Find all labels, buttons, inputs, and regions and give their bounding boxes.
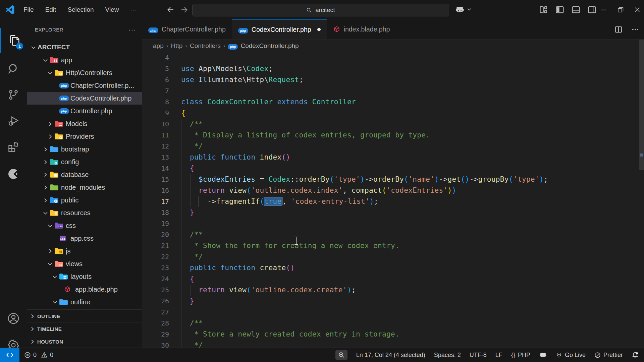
toggle-sidebar-icon[interactable]	[555, 5, 564, 14]
tree-item-views[interactable]: <>views	[27, 257, 142, 270]
code-line-13[interactable]: 13 public function index()	[142, 152, 644, 163]
tree-item-node-modules[interactable]: node_modules	[27, 181, 142, 194]
code-line-5[interactable]: 5use App\Models\Codex;	[142, 63, 644, 74]
notifications-bell-icon[interactable]	[632, 352, 639, 359]
command-center-search[interactable]: arcitect	[192, 4, 449, 16]
breadcrumb-file[interactable]: CodexController.php	[240, 42, 299, 50]
activity-account-icon[interactable]	[0, 306, 27, 331]
close-window-button[interactable]	[634, 6, 641, 13]
cursor-position-status[interactable]: Ln 17, Col 24 (4 selected)	[356, 352, 425, 359]
code-line-4[interactable]: 4	[142, 52, 644, 63]
go-live-status[interactable]: Go Live	[556, 352, 586, 359]
tree-item-app[interactable]: app	[27, 54, 142, 66]
section-houston[interactable]: HOUSTON	[27, 335, 142, 348]
code-line-12[interactable]: 12 */	[142, 141, 644, 152]
tree-item-database[interactable]: database	[27, 168, 142, 181]
zoom-status-button[interactable]	[335, 350, 347, 360]
menu-selection[interactable]: Selection	[63, 4, 98, 15]
tree-item-models[interactable]: Models	[27, 117, 142, 130]
toggle-panel-icon[interactable]	[572, 5, 580, 14]
tree-item-css[interactable]: CSScss	[27, 219, 142, 232]
code-line-28[interactable]: 28 /**	[142, 318, 644, 329]
code-line-18[interactable]: 18 }	[142, 207, 644, 218]
restore-button[interactable]	[617, 6, 624, 13]
line-number: 10	[142, 119, 169, 130]
menu-file[interactable]: File	[19, 4, 39, 15]
code-line-25[interactable]: 25 return view('outline.codex.create');	[142, 285, 644, 296]
copilot-status-icon[interactable]	[539, 351, 547, 359]
tree-item-outline[interactable]: outline	[27, 296, 142, 308]
tree-item-public[interactable]: public	[27, 194, 142, 206]
code-line-24[interactable]: 24 {	[142, 274, 644, 285]
code-line-27[interactable]: 27	[142, 307, 644, 318]
code-line-23[interactable]: 23 public function create()	[142, 262, 644, 274]
remote-indicator[interactable]	[0, 348, 19, 362]
code-line-17[interactable]: 17 ->fragmentIf(true, 'codex-entry-list'…	[142, 196, 644, 207]
tree-item-config[interactable]: config	[27, 156, 142, 168]
tab-codexcontroller-php[interactable]: phpCodexController.php	[232, 19, 327, 39]
code-editor[interactable]: 45use App\Models\Codex;6use Illuminate\H…	[142, 52, 644, 348]
tree-root[interactable]: ARCITECT	[27, 41, 142, 54]
menu-edit[interactable]: Edit	[41, 4, 61, 15]
section-timeline[interactable]: TIMELINE	[27, 322, 142, 335]
menu-view[interactable]: View	[101, 4, 124, 15]
code-line-19[interactable]: 19	[142, 218, 644, 229]
tree-item-js[interactable]: JSjs	[27, 245, 142, 257]
code-line-16[interactable]: 16 return view('outline.codex.index', co…	[142, 185, 644, 196]
tree-item-codexcontroller-php[interactable]: phpCodexController.php	[27, 92, 142, 105]
prettier-status[interactable]: Prettier	[594, 352, 623, 359]
encoding-status[interactable]: UTF-8	[470, 352, 487, 359]
code-line-8[interactable]: 8class CodexController extends Controlle…	[142, 97, 644, 108]
explorer-more-actions-icon[interactable]: ···	[128, 26, 136, 34]
code-line-26[interactable]: 26 }	[142, 296, 644, 307]
editor-scrollbar[interactable]	[639, 40, 644, 170]
code-line-15[interactable]: 15 $codexEntries = Codex::orderBy('type'…	[142, 174, 644, 185]
tab-index-blade-php[interactable]: index.blade.php	[327, 19, 396, 39]
indentation-status[interactable]: Spaces: 2	[434, 352, 461, 359]
code-line-20[interactable]: 20 /**	[142, 229, 644, 240]
eol-status[interactable]: LF	[495, 352, 502, 359]
tree-item-layouts[interactable]: layouts	[27, 270, 142, 283]
nav-forward-button[interactable]	[180, 6, 189, 14]
tree-item-bootstrap[interactable]: bootstrap	[27, 143, 142, 156]
code-line-29[interactable]: 29 * Store a newly created codex entry i…	[142, 329, 644, 340]
code-line-22[interactable]: 22 */	[142, 251, 644, 262]
tree-item-controller-php[interactable]: phpController.php	[27, 105, 142, 117]
breadcrumb-item[interactable]: Controllers	[190, 42, 221, 50]
problems-status[interactable]: 0 0	[24, 348, 53, 362]
code-line-7[interactable]: 7	[142, 85, 644, 97]
tree-item-http-controllers[interactable]: Http\Controllers	[27, 66, 142, 79]
language-status[interactable]: {} PHP	[511, 352, 530, 359]
customize-layout-icon[interactable]	[539, 5, 548, 14]
minimize-button[interactable]	[600, 6, 607, 13]
activity-houston-icon[interactable]	[0, 162, 27, 186]
tree-item-chaptercontroller-p-[interactable]: phpChapterController.p...	[27, 79, 142, 92]
breadcrumb-item[interactable]: Http	[171, 42, 182, 50]
modified-dot-icon[interactable]	[317, 28, 321, 31]
activity-run-debug-icon[interactable]	[0, 109, 27, 133]
activity-search-icon[interactable]	[0, 57, 27, 81]
tree-item-app-css[interactable]: CSSapp.css	[27, 232, 142, 245]
split-editor-icon[interactable]	[614, 25, 623, 34]
breadcrumb-item[interactable]: app	[153, 42, 164, 50]
code-line-14[interactable]: 14 {	[142, 163, 644, 174]
tree-item-app-blade-php[interactable]: app.blade.php	[27, 283, 142, 296]
activity-extensions-icon[interactable]	[0, 135, 27, 160]
code-line-11[interactable]: 11 * Display a listing of codex entries,…	[142, 130, 644, 141]
nav-back-button[interactable]	[166, 6, 174, 14]
code-line-6[interactable]: 6use Illuminate\Http\Request;	[142, 74, 644, 85]
activity-source-control-icon[interactable]	[0, 82, 27, 107]
menu-more[interactable]: ···	[125, 4, 141, 15]
section-outline[interactable]: OUTLINE	[27, 309, 142, 322]
code-line-10[interactable]: 10 /**	[142, 119, 644, 130]
code-line-30[interactable]: 30 */	[142, 340, 644, 348]
code-line-21[interactable]: 21 * Show the form for creating a new co…	[142, 240, 644, 251]
tab-chaptercontroller-php[interactable]: phpChapterController.php	[142, 19, 232, 39]
tree-item-resources[interactable]: resources	[27, 206, 142, 219]
copilot-menu-button[interactable]	[455, 4, 472, 14]
code-line-9[interactable]: 9{	[142, 108, 644, 119]
activity-explorer-icon[interactable]: 1	[0, 28, 28, 53]
tree-item-providers[interactable]: Providers	[27, 130, 142, 143]
toggle-secondary-sidebar-icon[interactable]	[588, 5, 596, 14]
editor-more-actions-icon[interactable]	[631, 25, 639, 34]
